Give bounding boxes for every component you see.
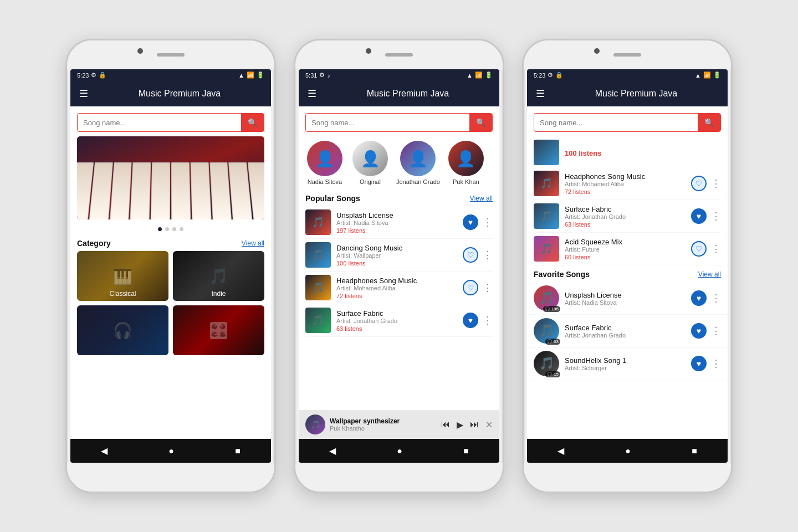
content-2[interactable]: 🔍 👤 Nadia Sitova 👤 Original: [299, 106, 499, 410]
fav-like-2[interactable]: ♥: [691, 323, 707, 339]
menu-icon-2[interactable]: ☰: [308, 88, 316, 100]
top-song-name-1: Headphones Song Music: [565, 172, 686, 181]
fav-more-2[interactable]: ⋮: [711, 325, 721, 337]
top-song-thumb-2: 🎵: [534, 203, 559, 229]
fav-like-3[interactable]: ♥: [691, 356, 707, 371]
artist-item-4[interactable]: 👤 Puk Khan: [447, 141, 485, 185]
like-button-3[interactable]: ♡: [463, 280, 478, 295]
more-button-1[interactable]: ⋮: [483, 216, 493, 228]
search-button-1[interactable]: 🔍: [241, 114, 264, 131]
menu-icon-1[interactable]: ☰: [79, 88, 88, 100]
song-info-4: Surface Fabric Artist: Jonathan Grado 63…: [336, 309, 457, 332]
fav-actions-3: ♥ ⋮: [691, 356, 721, 371]
fav-name-2: Surface Fabric: [565, 324, 686, 332]
time-2: 5:31: [305, 72, 317, 79]
player-controls: ⏮ ▶ ⏭ ✕: [441, 420, 493, 430]
fav-artist-2: Artist: Jonathan Grado: [565, 332, 686, 339]
back-button-3[interactable]: ◀: [549, 443, 573, 458]
more-button-3[interactable]: ⋮: [483, 282, 493, 294]
top-more-2[interactable]: ⋮: [711, 210, 721, 222]
song-artist-4: Artist: Jonathan Grado: [336, 318, 457, 324]
category-indie[interactable]: 🎵 Indie: [173, 251, 264, 301]
search-button-3[interactable]: 🔍: [698, 114, 720, 131]
top-song-info-2: Surface Fabric Artist: Jonathan Grado 63…: [565, 205, 686, 228]
fav-item-1: 🎵 🎧196 Unsplash License Artist: Nadia Si…: [527, 282, 728, 315]
fav-more-1[interactable]: ⋮: [711, 292, 721, 304]
song-name-1: Unsplash License: [336, 211, 457, 219]
favorite-view-all[interactable]: View all: [698, 270, 721, 278]
wifi-icon-1: ▲: [238, 72, 244, 79]
recents-button-1[interactable]: ■: [226, 444, 249, 458]
player-next[interactable]: ⏭: [470, 420, 479, 429]
camera-icon-2: [366, 48, 371, 54]
home-button-2[interactable]: ●: [388, 444, 411, 458]
back-button-1[interactable]: ◀: [92, 443, 116, 458]
app-bar-1: ☰ Music Premium Java: [70, 81, 271, 106]
home-button-3[interactable]: ●: [616, 444, 640, 458]
dot-4[interactable]: [180, 227, 183, 231]
search-input-3[interactable]: [534, 114, 698, 131]
artist-item-1[interactable]: 👤 Nadia Sitova: [305, 141, 344, 185]
piano-keys: [77, 162, 264, 219]
artist-item-3[interactable]: 👤 Jonathan Grado: [396, 141, 440, 185]
like-button-1[interactable]: ♥: [463, 214, 478, 230]
top-song-item-3: 🎵 Acid Squeeze Mix Artist: Future 60 lis…: [534, 233, 721, 265]
favorite-songs-header: Favorite Songs View all: [527, 265, 728, 282]
fav-info-2: Surface Fabric Artist: Jonathan Grado: [565, 324, 686, 339]
top-more-1[interactable]: ⋮: [711, 177, 721, 190]
app-title-3: Music Premium Java: [554, 89, 719, 99]
synth-bg: 🎛️: [173, 305, 264, 355]
top-more-3[interactable]: ⋮: [711, 243, 721, 255]
player-play[interactable]: ▶: [457, 420, 463, 430]
dot-3[interactable]: [172, 227, 176, 231]
player-prev[interactable]: ⏮: [441, 420, 450, 429]
fav-count-3: 🎧15: [545, 371, 560, 377]
like-button-2[interactable]: ♡: [463, 247, 478, 263]
dot-1[interactable]: [158, 227, 162, 231]
popular-view-all[interactable]: View all: [470, 195, 493, 202]
menu-icon-3[interactable]: ☰: [536, 88, 545, 100]
song-item-1: 🎵 Unsplash License Artist: Nadia Sitova …: [305, 206, 493, 239]
player-close[interactable]: ✕: [485, 420, 493, 430]
song-actions-3: ♡ ⋮: [463, 280, 493, 295]
category-headphones[interactable]: 🎧: [77, 305, 168, 355]
fav-item-2: 🎵 🎧63 Surface Fabric Artist: Jonathan Gr…: [527, 315, 728, 347]
song-name-3: Headphones Song Music: [336, 277, 457, 285]
more-button-4[interactable]: ⋮: [483, 314, 493, 326]
top-song-info-1: Headphones Song Music Artist: Mohamed Al…: [565, 172, 686, 195]
fav-actions-1: ♥ ⋮: [691, 290, 721, 306]
top-like-3[interactable]: ♡: [691, 241, 707, 257]
search-input-1[interactable]: [78, 114, 241, 131]
artist-item-2[interactable]: 👤 Original: [351, 141, 390, 185]
like-button-4[interactable]: ♥: [463, 313, 478, 328]
more-button-2[interactable]: ⋮: [483, 249, 493, 261]
song-info-2: Dancing Song Music Artist: Wallpaper 100…: [336, 244, 457, 267]
camera-icon: [137, 48, 143, 54]
dot-2[interactable]: [165, 227, 169, 231]
top-song-name-3: Acid Squeeze Mix: [565, 238, 686, 246]
search-button-2[interactable]: 🔍: [469, 114, 492, 131]
home-button-1[interactable]: ●: [160, 444, 183, 458]
top-like-1[interactable]: ♡: [691, 176, 707, 191]
top-song-info-3: Acid Squeeze Mix Artist: Future 60 liste…: [565, 238, 686, 260]
artists-row[interactable]: 👤 Nadia Sitova 👤 Original 👤 Jonathan Gra…: [299, 136, 499, 190]
category-view-all[interactable]: View all: [242, 239, 264, 247]
player-thumb: 🎵: [305, 415, 325, 434]
recents-button-3[interactable]: ■: [683, 444, 706, 458]
top-song-artist-1: Artist: Mohamed Aliba: [565, 181, 686, 187]
fav-like-1[interactable]: ♥: [691, 290, 707, 306]
back-button-2[interactable]: ◀: [320, 443, 345, 458]
content-1[interactable]: 🔍: [70, 106, 271, 439]
bottom-nav-1: ◀ ● ■: [70, 439, 271, 463]
top-like-2[interactable]: ♥: [691, 208, 707, 224]
content-3[interactable]: 🔍 100 listens 🎵 Headphones Song Music Ar…: [527, 106, 728, 439]
phone-bottom-3: [524, 463, 731, 492]
category-classical[interactable]: 🎹 Classical: [77, 251, 168, 301]
search-input-2[interactable]: [306, 114, 469, 131]
fav-more-3[interactable]: ⋮: [711, 357, 721, 370]
recents-button-2[interactable]: ■: [454, 444, 478, 458]
top-song-listens-3: 60 listens: [565, 254, 686, 260]
status-right-3: ▲ 📶 🔋: [695, 71, 721, 79]
top-song-thumb-1: 🎵: [534, 171, 559, 196]
category-synth[interactable]: 🎛️: [173, 305, 264, 355]
